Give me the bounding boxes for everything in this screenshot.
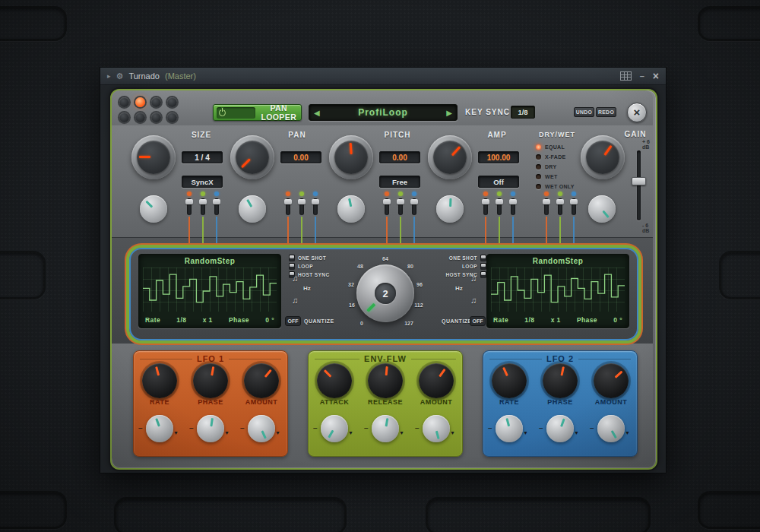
amp-mode[interactable]: Off [478,176,519,188]
undo-button[interactable]: UNDO [574,107,594,117]
dropdown-triangle-icon[interactable]: ▼ [275,430,280,435]
env-release-knob[interactable] [368,363,403,398]
minus-icon[interactable]: − [539,424,543,432]
loop-toggle[interactable]: LOOP [444,263,486,270]
env-assign-slider[interactable] [201,198,205,215]
one-shot-toggle[interactable]: ONE SHOT [444,255,486,261]
size-value[interactable]: 1 / 4 [182,151,223,163]
env-amount-knob[interactable] [419,363,454,398]
lfo1-rate-knob[interactable] [142,363,177,398]
plugin-options-gear-icon[interactable]: ⚙ [116,71,124,81]
hz-label[interactable]: Hz [303,285,311,292]
mod-assign-lfo1[interactable] [540,192,553,249]
radio-led[interactable] [536,174,541,179]
minus-icon[interactable]: − [590,424,594,432]
loop-toggle[interactable]: LOOP [289,263,330,270]
lfo2-quantize-button[interactable]: OFF [470,316,486,326]
amp-mod-knob[interactable] [436,195,464,223]
lfo2-waveform[interactable] [491,268,625,312]
env-fine-knob-3[interactable] [423,415,450,442]
pitch-knob[interactable] [329,135,373,179]
minus-icon[interactable]: − [138,424,143,432]
lfo2-assign-slider[interactable] [511,198,515,215]
lfo1-assign-slider[interactable] [544,198,549,215]
phase-value[interactable]: 0 ° [265,316,274,324]
mod-assign-lfo2[interactable] [309,192,322,249]
mod-assign-lfo1[interactable] [182,192,196,249]
dropdown-triangle-icon[interactable]: ▼ [173,430,179,435]
mod-assign-env[interactable] [553,192,567,249]
lfo2-assign-slider[interactable] [214,198,219,215]
dotted-note-sync-icon[interactable]: ♫ [292,296,298,305]
lfo1-phase-knob[interactable] [193,363,228,398]
lfo2-fine-knob-3[interactable] [597,415,625,442]
close-plugin-button[interactable]: × [627,103,647,122]
env-assign-slider[interactable] [558,198,562,215]
lfo1-step-display[interactable]: RandomStep Rate 1/8 x 1 Phase 0 ° [138,254,281,328]
env-assign-slider[interactable] [398,198,403,215]
lfo2-fine-knob-1[interactable] [496,415,523,442]
rate-value[interactable]: 1/8 [176,316,186,324]
header-knob-5[interactable] [119,112,129,122]
header-knob-7[interactable] [151,112,161,122]
note-sync-icon[interactable]: ♫ [292,274,298,283]
mod-assign-env[interactable] [196,192,210,249]
header-knob-6[interactable] [135,112,145,122]
pitch-value[interactable]: 0.00 [379,151,420,163]
keyboard-editor-icon[interactable] [620,71,632,81]
size-mode[interactable]: SyncX [182,176,223,188]
pan-knob[interactable] [230,135,274,179]
header-knob-3[interactable] [151,97,161,107]
env-fine-knob-2[interactable] [372,415,399,442]
lfo1-fine-knob-1[interactable] [146,415,173,442]
preset-next-icon[interactable]: ▶ [446,109,452,117]
toggle-switch[interactable] [289,263,295,270]
mod-assign-lfo2[interactable] [407,192,421,249]
mod-depth-knob[interactable]: 2 [356,264,414,322]
lfo2-rate-knob[interactable] [492,363,527,398]
lfo1-fine-knob-2[interactable] [197,415,224,442]
mod-assign-lfo2[interactable] [210,192,223,249]
lfo1-assign-slider[interactable] [385,198,389,215]
radio-led[interactable] [536,164,541,169]
mod-assign-env[interactable] [295,192,309,249]
amp-knob[interactable] [428,135,472,179]
note-sync-icon[interactable]: ♫ [470,274,477,283]
env-fine-knob-1[interactable] [321,415,348,442]
dropdown-triangle-icon[interactable]: ▼ [574,430,579,435]
minus-icon[interactable]: − [488,424,492,432]
size-mod-knob[interactable] [140,195,167,223]
drywet-option-0[interactable]: EQUAL [536,142,575,152]
close-window-button[interactable]: × [653,70,659,82]
dotted-note-sync-icon[interactable]: ♫ [470,296,477,305]
power-icon[interactable] [217,107,255,119]
gain-slider-handle[interactable] [632,177,646,185]
radio-led[interactable] [536,144,541,150]
env-assign-slider[interactable] [299,198,304,215]
lfo2-assign-slider[interactable] [572,198,576,215]
minimize-button[interactable]: – [640,71,644,81]
lfo2-step-display[interactable]: RandomStep Rate 1/8 x 1 Phase 0 ° [486,254,629,328]
preset-prev-icon[interactable]: ◀ [314,109,320,117]
lfo2-assign-slider[interactable] [412,198,416,215]
hz-label[interactable]: Hz [455,285,463,292]
toggle-switch[interactable] [480,255,486,261]
minus-icon[interactable]: − [415,424,420,432]
mod-assign-lfo1[interactable] [380,192,394,249]
lfo1-waveform-name[interactable]: RandomStep [139,257,280,265]
drywet-mod-knob[interactable] [588,195,616,223]
host-sync-toggle[interactable]: HOST SYNC [444,271,486,278]
minus-icon[interactable]: − [189,424,194,432]
drywet-option-3[interactable]: WET [536,172,575,182]
key-sync-value[interactable]: 1/8 [511,106,535,119]
lfo2-fine-knob-2[interactable] [546,415,574,442]
dropdown-triangle-icon[interactable]: ▼ [625,430,630,435]
drywet-option-2[interactable]: DRY [536,162,575,172]
dropdown-triangle-icon[interactable]: ▼ [224,430,230,435]
dropdown-triangle-icon[interactable]: ▼ [523,430,528,435]
lfo1-fine-knob-3[interactable] [248,415,275,442]
phase-value[interactable]: 0 ° [613,316,622,324]
lfo2-amount-knob[interactable] [594,363,629,398]
toggle-switch[interactable] [289,255,295,261]
toggle-switch[interactable] [480,271,486,278]
